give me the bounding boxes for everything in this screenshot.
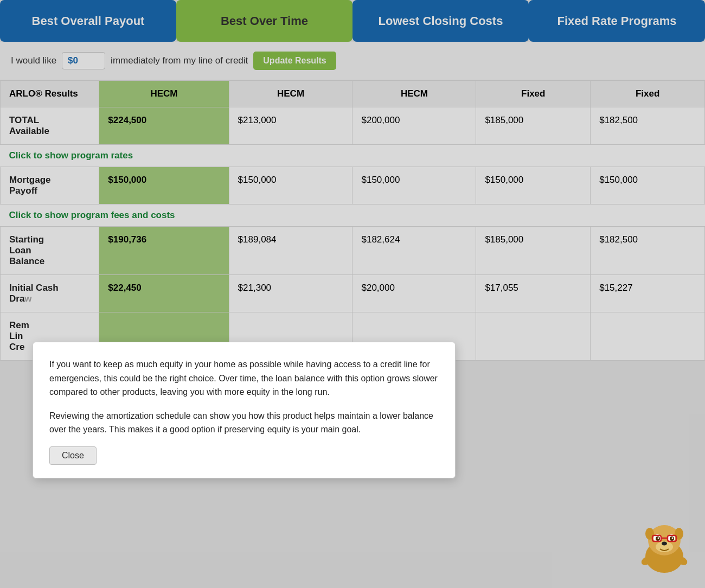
svg-point-11 [672, 538, 674, 539]
svg-point-10 [658, 538, 659, 539]
popup-box: If you want to keep as much equity in yo… [33, 342, 456, 478]
popup-paragraph-1: If you want to keep as much equity in yo… [49, 357, 439, 399]
popup-paragraph-2: Reviewing the amortization schedule can … [49, 409, 439, 437]
mascot [634, 517, 694, 577]
popup-overlay: If you want to keep as much equity in yo… [0, 0, 705, 588]
mascot-icon [634, 517, 694, 577]
popup-close-button[interactable]: Close [49, 446, 97, 465]
svg-point-5 [662, 542, 667, 546]
